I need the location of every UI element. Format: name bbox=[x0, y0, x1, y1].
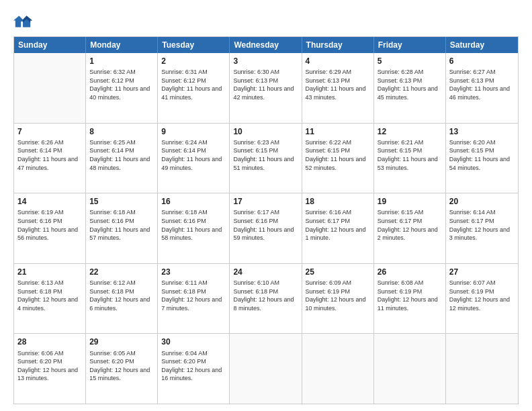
cell-info: Sunrise: 6:08 AMSunset: 6:19 PMDaylight:… bbox=[378, 279, 442, 312]
cell-info: Sunrise: 6:15 AMSunset: 6:17 PMDaylight:… bbox=[378, 208, 442, 242]
day-cell-23: 23Sunrise: 6:11 AMSunset: 6:18 PMDayligh… bbox=[158, 264, 230, 334]
day-number: 10 bbox=[233, 126, 298, 137]
cell-info: Sunrise: 6:06 AMSunset: 6:20 PMDaylight:… bbox=[17, 349, 82, 383]
day-cell-14: 14Sunrise: 6:19 AMSunset: 6:16 PMDayligh… bbox=[14, 193, 86, 263]
cell-info: Sunrise: 6:10 AMSunset: 6:18 PMDaylight:… bbox=[233, 279, 298, 312]
cell-info: Sunrise: 6:22 AMSunset: 6:15 PMDaylight:… bbox=[306, 138, 370, 172]
week-row-1: 1Sunrise: 6:32 AMSunset: 6:12 PMDaylight… bbox=[14, 53, 518, 123]
day-number: 15 bbox=[89, 196, 154, 207]
day-cell-4: 4Sunrise: 6:29 AMSunset: 6:13 PMDaylight… bbox=[302, 53, 374, 123]
day-number: 6 bbox=[449, 56, 515, 66]
cell-info: Sunrise: 6:13 AMSunset: 6:18 PMDaylight:… bbox=[17, 279, 82, 312]
day-number: 8 bbox=[89, 126, 154, 137]
day-cell-13: 13Sunrise: 6:20 AMSunset: 6:15 PMDayligh… bbox=[446, 124, 518, 193]
day-cell-22: 22Sunrise: 6:12 AMSunset: 6:18 PMDayligh… bbox=[86, 264, 158, 334]
cell-info: Sunrise: 6:21 AMSunset: 6:15 PMDaylight:… bbox=[378, 138, 442, 172]
page: SundayMondayTuesdayWednesdayThursdayFrid… bbox=[0, 0, 532, 411]
day-number: 26 bbox=[378, 267, 442, 277]
logo-icon bbox=[13, 12, 32, 31]
empty-cell bbox=[446, 334, 518, 404]
day-number: 17 bbox=[233, 196, 298, 207]
cell-info: Sunrise: 6:26 AMSunset: 6:14 PMDaylight:… bbox=[17, 138, 82, 172]
day-cell-28: 28Sunrise: 6:06 AMSunset: 6:20 PMDayligh… bbox=[14, 334, 86, 404]
week-row-3: 14Sunrise: 6:19 AMSunset: 6:16 PMDayligh… bbox=[14, 193, 518, 263]
header-day-thursday: Thursday bbox=[302, 37, 374, 53]
day-cell-1: 1Sunrise: 6:32 AMSunset: 6:12 PMDaylight… bbox=[86, 53, 158, 123]
cell-info: Sunrise: 6:28 AMSunset: 6:13 PMDaylight:… bbox=[378, 68, 442, 101]
day-cell-3: 3Sunrise: 6:30 AMSunset: 6:13 PMDaylight… bbox=[230, 53, 302, 123]
day-number: 19 bbox=[378, 196, 442, 207]
empty-cell bbox=[14, 53, 86, 123]
day-cell-27: 27Sunrise: 6:07 AMSunset: 6:19 PMDayligh… bbox=[446, 264, 518, 334]
header-day-saturday: Saturday bbox=[446, 37, 518, 53]
week-row-5: 28Sunrise: 6:06 AMSunset: 6:20 PMDayligh… bbox=[14, 333, 518, 404]
day-cell-19: 19Sunrise: 6:15 AMSunset: 6:17 PMDayligh… bbox=[374, 193, 446, 263]
day-number: 1 bbox=[89, 56, 154, 66]
day-number: 22 bbox=[89, 267, 154, 277]
day-cell-7: 7Sunrise: 6:26 AMSunset: 6:14 PMDaylight… bbox=[14, 124, 86, 193]
header-day-friday: Friday bbox=[374, 37, 446, 53]
day-number: 28 bbox=[17, 336, 82, 347]
cell-info: Sunrise: 6:14 AMSunset: 6:17 PMDaylight:… bbox=[449, 208, 515, 242]
day-cell-29: 29Sunrise: 6:05 AMSunset: 6:20 PMDayligh… bbox=[86, 334, 158, 404]
day-cell-17: 17Sunrise: 6:17 AMSunset: 6:16 PMDayligh… bbox=[230, 193, 302, 263]
header-day-monday: Monday bbox=[86, 37, 158, 53]
day-number: 16 bbox=[161, 196, 226, 207]
day-number: 11 bbox=[306, 126, 370, 137]
day-cell-15: 15Sunrise: 6:18 AMSunset: 6:16 PMDayligh… bbox=[86, 193, 158, 263]
day-number: 25 bbox=[306, 267, 370, 277]
cell-info: Sunrise: 6:23 AMSunset: 6:15 PMDaylight:… bbox=[233, 138, 298, 172]
day-number: 3 bbox=[233, 56, 298, 66]
header-day-tuesday: Tuesday bbox=[158, 37, 230, 53]
day-cell-5: 5Sunrise: 6:28 AMSunset: 6:13 PMDaylight… bbox=[374, 53, 446, 123]
day-number: 4 bbox=[306, 56, 370, 66]
cell-info: Sunrise: 6:07 AMSunset: 6:19 PMDaylight:… bbox=[449, 279, 515, 312]
day-number: 13 bbox=[449, 126, 515, 137]
day-cell-26: 26Sunrise: 6:08 AMSunset: 6:19 PMDayligh… bbox=[374, 264, 446, 334]
cell-info: Sunrise: 6:09 AMSunset: 6:19 PMDaylight:… bbox=[306, 279, 370, 312]
day-cell-18: 18Sunrise: 6:16 AMSunset: 6:17 PMDayligh… bbox=[302, 193, 374, 263]
calendar: SundayMondayTuesdayWednesdayThursdayFrid… bbox=[13, 36, 519, 404]
day-number: 29 bbox=[89, 336, 154, 347]
day-number: 12 bbox=[378, 126, 442, 137]
day-cell-24: 24Sunrise: 6:10 AMSunset: 6:18 PMDayligh… bbox=[230, 264, 302, 334]
week-row-4: 21Sunrise: 6:13 AMSunset: 6:18 PMDayligh… bbox=[14, 263, 518, 334]
week-row-2: 7Sunrise: 6:26 AMSunset: 6:14 PMDaylight… bbox=[14, 123, 518, 193]
day-number: 5 bbox=[378, 56, 442, 66]
cell-info: Sunrise: 6:18 AMSunset: 6:16 PMDaylight:… bbox=[161, 208, 226, 242]
day-number: 30 bbox=[161, 336, 226, 347]
day-cell-9: 9Sunrise: 6:24 AMSunset: 6:14 PMDaylight… bbox=[158, 124, 230, 193]
day-cell-2: 2Sunrise: 6:31 AMSunset: 6:12 PMDaylight… bbox=[158, 53, 230, 123]
empty-cell bbox=[374, 334, 446, 404]
day-number: 27 bbox=[449, 267, 515, 277]
cell-info: Sunrise: 6:18 AMSunset: 6:16 PMDaylight:… bbox=[89, 208, 154, 242]
cell-info: Sunrise: 6:16 AMSunset: 6:17 PMDaylight:… bbox=[306, 208, 370, 242]
day-number: 21 bbox=[17, 267, 82, 277]
cell-info: Sunrise: 6:20 AMSunset: 6:15 PMDaylight:… bbox=[449, 138, 515, 172]
cell-info: Sunrise: 6:19 AMSunset: 6:16 PMDaylight:… bbox=[17, 208, 82, 242]
cell-info: Sunrise: 6:11 AMSunset: 6:18 PMDaylight:… bbox=[161, 279, 226, 312]
cell-info: Sunrise: 6:32 AMSunset: 6:12 PMDaylight:… bbox=[89, 68, 154, 101]
day-number: 2 bbox=[161, 56, 226, 66]
calendar-header: SundayMondayTuesdayWednesdayThursdayFrid… bbox=[14, 37, 518, 53]
header bbox=[13, 12, 519, 31]
cell-info: Sunrise: 6:04 AMSunset: 6:20 PMDaylight:… bbox=[161, 349, 226, 383]
cell-info: Sunrise: 6:31 AMSunset: 6:12 PMDaylight:… bbox=[161, 68, 226, 101]
header-day-sunday: Sunday bbox=[14, 37, 86, 53]
day-cell-30: 30Sunrise: 6:04 AMSunset: 6:20 PMDayligh… bbox=[158, 334, 230, 404]
day-cell-10: 10Sunrise: 6:23 AMSunset: 6:15 PMDayligh… bbox=[230, 124, 302, 193]
cell-info: Sunrise: 6:12 AMSunset: 6:18 PMDaylight:… bbox=[89, 279, 154, 312]
day-cell-11: 11Sunrise: 6:22 AMSunset: 6:15 PMDayligh… bbox=[302, 124, 374, 193]
empty-cell bbox=[230, 334, 302, 404]
day-cell-6: 6Sunrise: 6:27 AMSunset: 6:13 PMDaylight… bbox=[446, 53, 518, 123]
day-cell-21: 21Sunrise: 6:13 AMSunset: 6:18 PMDayligh… bbox=[14, 264, 86, 334]
cell-info: Sunrise: 6:27 AMSunset: 6:13 PMDaylight:… bbox=[449, 68, 515, 101]
day-cell-25: 25Sunrise: 6:09 AMSunset: 6:19 PMDayligh… bbox=[302, 264, 374, 334]
cell-info: Sunrise: 6:30 AMSunset: 6:13 PMDaylight:… bbox=[233, 68, 298, 101]
calendar-body: 1Sunrise: 6:32 AMSunset: 6:12 PMDaylight… bbox=[14, 53, 518, 404]
cell-info: Sunrise: 6:25 AMSunset: 6:14 PMDaylight:… bbox=[89, 138, 154, 172]
day-cell-20: 20Sunrise: 6:14 AMSunset: 6:17 PMDayligh… bbox=[446, 193, 518, 263]
cell-info: Sunrise: 6:29 AMSunset: 6:13 PMDaylight:… bbox=[306, 68, 370, 101]
day-cell-12: 12Sunrise: 6:21 AMSunset: 6:15 PMDayligh… bbox=[374, 124, 446, 193]
day-cell-16: 16Sunrise: 6:18 AMSunset: 6:16 PMDayligh… bbox=[158, 193, 230, 263]
